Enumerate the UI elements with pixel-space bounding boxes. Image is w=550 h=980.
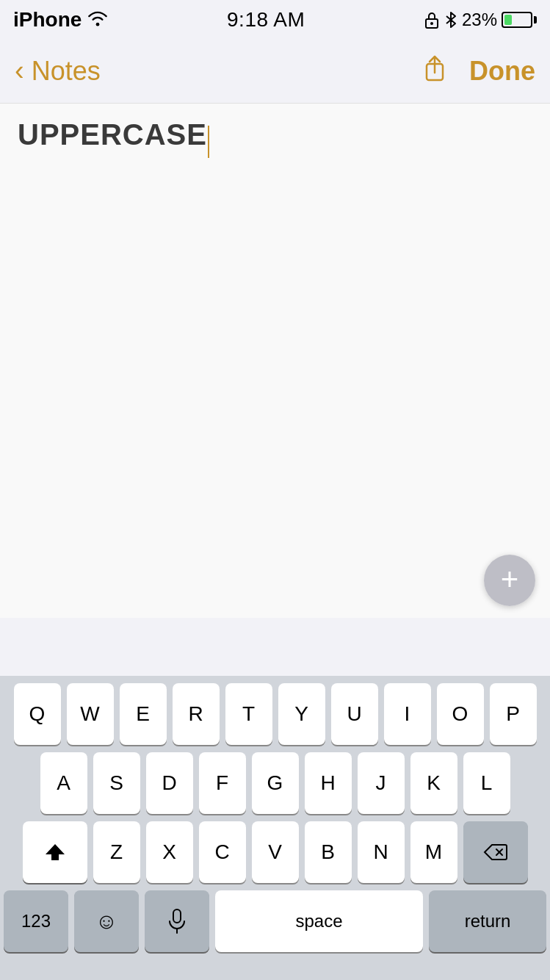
key-q[interactable]: Q <box>14 683 61 745</box>
status-time: 9:18 AM <box>227 8 305 32</box>
emoji-button[interactable]: ☺ <box>74 890 139 952</box>
status-icons: 23% <box>424 10 537 30</box>
key-h[interactable]: H <box>305 752 352 814</box>
done-button[interactable]: Done <box>469 56 535 87</box>
key-j[interactable]: J <box>358 752 405 814</box>
key-i[interactable]: I <box>384 683 431 745</box>
key-t[interactable]: T <box>225 683 272 745</box>
chevron-left-icon: ‹ <box>15 55 24 87</box>
key-e[interactable]: E <box>120 683 167 745</box>
svg-rect-9 <box>173 909 181 923</box>
key-a[interactable]: A <box>40 752 87 814</box>
key-row-4: 123 ☺ space return <box>4 890 546 952</box>
key-x[interactable]: X <box>146 821 193 883</box>
numbers-button[interactable]: 123 <box>4 890 68 952</box>
key-u[interactable]: U <box>331 683 378 745</box>
nav-right-actions: Done <box>422 54 535 89</box>
delete-button[interactable] <box>463 821 528 883</box>
share-button[interactable] <box>422 54 447 89</box>
keyboard: Q W E R T Y U I O P A S D F G H J K L <box>0 676 550 980</box>
key-d[interactable]: D <box>146 752 193 814</box>
svg-marker-6 <box>46 844 65 860</box>
key-k[interactable]: K <box>410 752 457 814</box>
space-button[interactable]: space <box>215 890 423 952</box>
status-bar: iPhone 9:18 AM 23% <box>0 0 550 39</box>
status-left: iPhone <box>13 8 108 32</box>
key-s[interactable]: S <box>93 752 140 814</box>
new-note-button[interactable]: + <box>484 555 535 606</box>
carrier-label: iPhone <box>13 8 82 32</box>
key-v[interactable]: V <box>252 821 299 883</box>
key-f[interactable]: F <box>199 752 246 814</box>
key-m[interactable]: M <box>410 821 457 883</box>
key-w[interactable]: W <box>67 683 114 745</box>
shift-button[interactable] <box>23 821 87 883</box>
status-right: 23% <box>424 10 537 30</box>
key-o[interactable]: O <box>437 683 484 745</box>
key-z[interactable]: Z <box>93 821 140 883</box>
battery-icon <box>502 12 537 28</box>
back-button[interactable]: ‹ Notes <box>15 55 101 87</box>
text-cursor <box>208 126 209 158</box>
plus-icon: + <box>501 564 519 595</box>
key-g[interactable]: G <box>252 752 299 814</box>
key-n[interactable]: N <box>358 821 405 883</box>
key-y[interactable]: Y <box>278 683 325 745</box>
note-content-area[interactable]: UPPERCASE + <box>0 104 550 618</box>
key-r[interactable]: R <box>173 683 220 745</box>
note-text: UPPERCASE <box>18 118 207 151</box>
key-row-3: Z X C V B N M <box>4 821 546 883</box>
key-b[interactable]: B <box>305 821 352 883</box>
key-c[interactable]: C <box>199 821 246 883</box>
wifi-icon <box>87 8 108 32</box>
key-row-2: A S D F G H J K L <box>4 752 546 814</box>
key-row-1: Q W E R T Y U I O P <box>4 683 546 745</box>
back-label: Notes <box>32 56 101 87</box>
mic-button[interactable] <box>145 890 209 952</box>
return-button[interactable]: return <box>429 890 546 952</box>
nav-bar: ‹ Notes Done <box>0 39 550 104</box>
keyboard-bottom-bar <box>0 955 550 980</box>
keyboard-rows: Q W E R T Y U I O P A S D F G H J K L <box>0 676 550 955</box>
battery-percent: 23% <box>462 10 497 30</box>
key-p[interactable]: P <box>490 683 537 745</box>
svg-point-1 <box>430 22 433 25</box>
bluetooth-icon <box>444 10 457 29</box>
key-l[interactable]: L <box>463 752 510 814</box>
lock-icon <box>424 10 440 29</box>
